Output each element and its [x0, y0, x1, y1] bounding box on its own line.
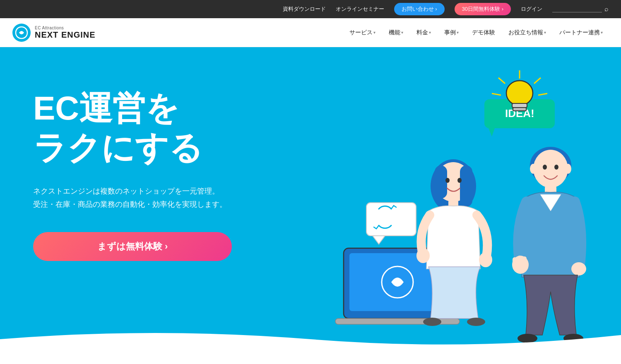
seminar-link[interactable]: オンラインセミナー — [336, 5, 384, 13]
svg-line-6 — [538, 93, 547, 95]
logo-icon — [12, 24, 31, 42]
svg-point-27 — [423, 318, 441, 326]
svg-marker-2 — [489, 128, 495, 136]
login-link[interactable]: ログイン — [521, 5, 542, 13]
svg-point-22 — [445, 178, 450, 183]
chevron-icon: ▾ — [544, 30, 546, 35]
hero-illustration: IDEA! — [331, 54, 621, 352]
nav-label-features: 機能 — [389, 29, 400, 36]
svg-line-8 — [492, 93, 501, 95]
svg-point-25 — [416, 248, 430, 263]
svg-point-26 — [479, 252, 492, 267]
hero-description: ネクストエンジンは複数のネットショップを一元管理。 受注・在庫・商品の業務の自動… — [33, 184, 232, 211]
trial-button[interactable]: 30日間無料体験 › — [455, 3, 511, 15]
svg-point-9 — [506, 81, 533, 105]
main-nav: EC Attractions NEXT ENGINE サービス ▾ 機能 ▾ 料… — [0, 18, 621, 47]
svg-line-5 — [534, 78, 541, 84]
svg-rect-39 — [522, 256, 527, 266]
search-area: ⌕ — [552, 5, 609, 13]
nav-item-pricing[interactable]: 料金 ▾ — [411, 26, 437, 40]
hero-wave — [0, 327, 621, 352]
hero-content: EC運営を ラクにする ネクストエンジンは複数のネットショップを一元管理。 受注… — [33, 72, 232, 261]
svg-point-32 — [554, 165, 558, 170]
svg-point-40 — [571, 262, 586, 275]
nav-item-service[interactable]: サービス ▾ — [344, 26, 381, 40]
nav-item-info[interactable]: お役立ち情報 ▾ — [503, 26, 552, 40]
top-bar: 資料ダウンロード オンラインセミナー お問い合わせ › 30日間無料体験 › ロ… — [0, 0, 621, 18]
nav-item-partner[interactable]: パートナー連携 ▾ — [554, 26, 609, 40]
download-link[interactable]: 資料ダウンロード — [283, 5, 326, 13]
nav-label-service: サービス — [349, 29, 373, 36]
nav-links: サービス ▾ 機能 ▾ 料金 ▾ 事例 ▾ デモ体験 お役立ち情報 ▾ パートナ… — [344, 26, 609, 40]
svg-marker-13 — [373, 236, 385, 244]
svg-rect-21 — [460, 165, 472, 207]
svg-line-7 — [498, 78, 505, 84]
chevron-icon: ▾ — [429, 30, 431, 35]
chevron-icon: ▾ — [373, 30, 375, 35]
chevron-icon: ▾ — [457, 30, 459, 35]
svg-rect-37 — [513, 257, 517, 266]
chevron-icon: ▾ — [401, 30, 403, 35]
svg-point-30 — [533, 150, 568, 188]
nav-label-partner: パートナー連携 — [559, 29, 600, 36]
illustration-svg: IDEA! — [331, 54, 621, 352]
nav-label-cases: 事例 — [444, 29, 456, 36]
nav-label-demo: デモ体験 — [472, 29, 495, 36]
nav-item-demo[interactable]: デモ体験 — [466, 26, 501, 40]
svg-point-33 — [530, 164, 537, 174]
nav-label-pricing: 料金 — [416, 29, 428, 36]
hero-section: EC運営を ラクにする ネクストエンジンは複数のネットショップを一元管理。 受注… — [0, 47, 621, 352]
search-icon[interactable]: ⌕ — [604, 5, 609, 13]
hero-title: EC運営を ラクにする — [33, 89, 232, 168]
nav-item-features[interactable]: 機能 ▾ — [383, 26, 409, 40]
logo-title: NEXT ENGINE — [35, 30, 96, 40]
svg-point-28 — [467, 318, 485, 326]
svg-point-34 — [565, 164, 571, 174]
svg-rect-11 — [513, 108, 526, 111]
svg-rect-12 — [366, 203, 416, 236]
nav-label-info: お役立ち情報 — [508, 29, 543, 36]
logo-text-area: EC Attractions NEXT ENGINE — [35, 26, 96, 40]
svg-point-31 — [543, 165, 547, 170]
hero-cta-button[interactable]: まずは無料体験 › — [33, 232, 232, 261]
chevron-icon: ▾ — [601, 30, 603, 35]
svg-rect-20 — [435, 165, 447, 199]
svg-rect-10 — [512, 103, 527, 108]
nav-item-cases[interactable]: 事例 ▾ — [438, 26, 465, 40]
logo-area[interactable]: EC Attractions NEXT ENGINE — [12, 24, 96, 42]
svg-point-23 — [457, 178, 462, 183]
search-input[interactable] — [552, 6, 602, 12]
svg-rect-38 — [518, 256, 522, 266]
logo-subtitle: EC Attractions — [35, 26, 96, 30]
contact-button[interactable]: お問い合わせ › — [394, 3, 445, 15]
